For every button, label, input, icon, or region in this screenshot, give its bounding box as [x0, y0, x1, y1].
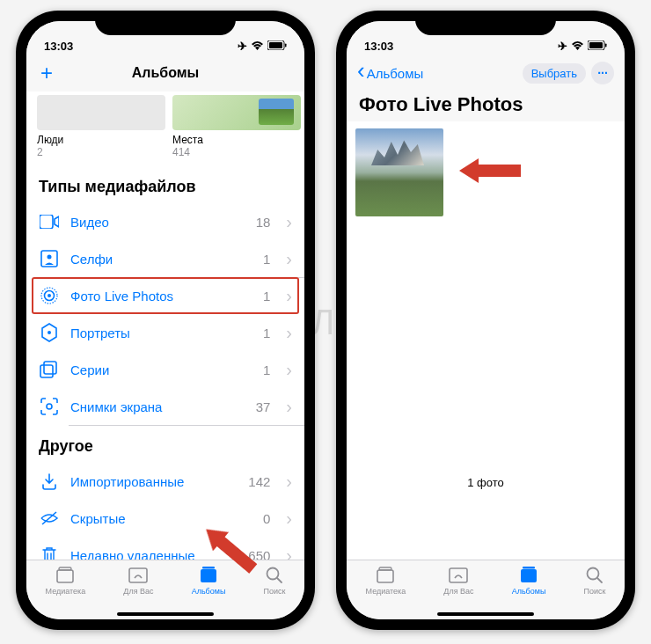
chevron-right-icon: [286, 472, 292, 492]
tab-label: Медиатека: [46, 587, 86, 596]
chevron-right-icon: [286, 545, 292, 560]
tab-bar: Медиатека Для Вас Альбомы Поиск: [347, 560, 625, 619]
svg-line-30: [597, 578, 602, 582]
video-icon: [39, 211, 60, 232]
row-portraits[interactable]: Портреты 1: [26, 314, 304, 351]
nav-title: Альбомы: [132, 65, 200, 81]
search-icon: [584, 566, 605, 585]
row-label: Снимки экрана: [70, 399, 245, 414]
tab-label: Медиатека: [366, 587, 406, 596]
row-videos[interactable]: Видео 18: [26, 203, 304, 240]
back-button[interactable]: Альбомы: [357, 66, 423, 81]
content-scroll[interactable]: Люди 2 Места 414 Типы медиафайлов Видео …: [26, 91, 304, 560]
notch: [95, 11, 236, 35]
tab-label: Альбомы: [192, 587, 226, 596]
row-count: 1: [263, 362, 270, 377]
status-icons: ✈: [238, 40, 287, 53]
tab-foryou[interactable]: Для Вас: [123, 566, 153, 619]
live-photos-icon: [39, 285, 60, 306]
row-count: 0: [263, 511, 270, 526]
row-count: 37: [256, 399, 271, 414]
more-button[interactable]: ···: [591, 62, 614, 84]
svg-rect-28: [523, 567, 535, 569]
home-indicator[interactable]: [437, 612, 534, 616]
trash-icon: [39, 545, 60, 560]
row-count: 1: [263, 252, 270, 267]
row-count: 1: [263, 289, 270, 304]
svg-rect-23: [605, 44, 607, 48]
places-album[interactable]: Места 414: [172, 95, 301, 158]
places-label: Места: [172, 134, 301, 146]
svg-point-8: [48, 294, 51, 297]
chevron-right-icon: [286, 360, 292, 380]
portraits-icon: [39, 322, 60, 343]
tab-foryou[interactable]: Для Вас: [443, 566, 473, 619]
places-count: 414: [172, 146, 301, 158]
svg-point-9: [48, 331, 51, 334]
svg-rect-2: [285, 44, 287, 48]
tab-search[interactable]: Поиск: [584, 566, 606, 619]
albums-icon: [198, 566, 219, 585]
tab-search[interactable]: Поиск: [264, 566, 286, 619]
places-thumb: [172, 95, 301, 130]
row-live-photos[interactable]: Фото Live Photos 1: [32, 277, 299, 314]
row-bursts[interactable]: Серии 1: [26, 351, 304, 388]
chevron-left-icon: [357, 66, 365, 81]
svg-line-13: [42, 512, 56, 524]
row-label: Селфи: [70, 252, 252, 267]
album-title: Фото Live Photos: [347, 91, 625, 121]
notch: [415, 11, 556, 35]
select-button[interactable]: Выбрать: [523, 63, 586, 84]
airplane-icon: ✈: [558, 40, 567, 53]
chevron-right-icon: [286, 397, 292, 417]
people-label: Люди: [37, 134, 165, 146]
svg-rect-25: [379, 567, 391, 570]
row-count: 18: [256, 215, 271, 230]
svg-rect-15: [59, 567, 71, 570]
download-icon: [39, 471, 60, 492]
tab-label: Для Вас: [123, 587, 153, 596]
svg-rect-1: [269, 42, 282, 48]
svg-rect-18: [202, 567, 215, 569]
nav-bar: + Альбомы: [26, 55, 304, 91]
svg-rect-17: [201, 569, 216, 582]
tab-library[interactable]: Медиатека: [366, 566, 406, 619]
row-hidden[interactable]: Скрытые 0: [26, 500, 304, 537]
arrow-annotation: [459, 153, 521, 188]
foryou-icon: [448, 566, 469, 585]
screenshots-icon: [39, 396, 60, 417]
home-indicator[interactable]: [117, 612, 214, 616]
row-screenshots[interactable]: Снимки экрана 37: [26, 388, 304, 425]
tab-albums[interactable]: Альбомы: [512, 566, 546, 619]
svg-rect-11: [44, 362, 56, 374]
airplane-icon: ✈: [238, 40, 247, 53]
add-album-button[interactable]: +: [37, 61, 56, 85]
hidden-icon: [39, 508, 60, 529]
media-types-header: Типы медиафайлов: [26, 165, 304, 203]
chevron-right-icon: [286, 323, 292, 343]
people-album[interactable]: Люди 2: [37, 95, 165, 158]
albums-icon: [518, 566, 539, 585]
row-imported[interactable]: Импортированные 142: [26, 463, 304, 500]
svg-rect-10: [40, 365, 53, 377]
row-label: Фото Live Photos: [70, 289, 252, 304]
photo-thumb[interactable]: [355, 128, 443, 216]
tab-label: Поиск: [264, 587, 286, 596]
people-thumb: [37, 95, 165, 130]
other-header: Другое: [26, 425, 304, 463]
svg-rect-3: [40, 215, 53, 229]
chevron-right-icon: [286, 286, 292, 306]
row-selfies[interactable]: Селфи 1: [26, 240, 304, 277]
tab-albums[interactable]: Альбомы: [192, 566, 226, 619]
chevron-right-icon: [286, 509, 292, 529]
selfie-icon: [39, 248, 60, 269]
photo-count: 1 фото: [347, 467, 625, 498]
people-count: 2: [37, 146, 165, 158]
tab-label: Для Вас: [443, 587, 473, 596]
chevron-right-icon: [286, 212, 292, 232]
status-time: 13:03: [364, 40, 393, 53]
row-label: Видео: [70, 215, 245, 230]
tab-library[interactable]: Медиатека: [46, 566, 86, 619]
svg-rect-24: [377, 570, 393, 582]
bursts-icon: [39, 359, 60, 380]
